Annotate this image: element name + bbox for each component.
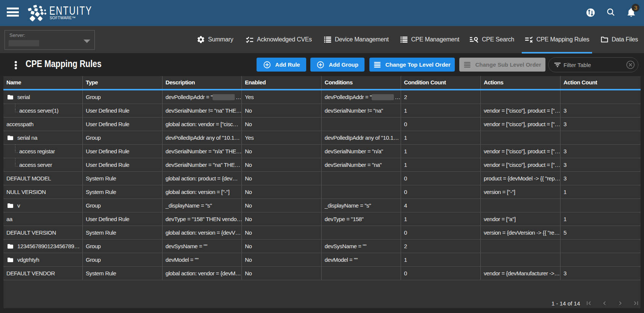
svg-text:3: 3 [634, 5, 638, 11]
